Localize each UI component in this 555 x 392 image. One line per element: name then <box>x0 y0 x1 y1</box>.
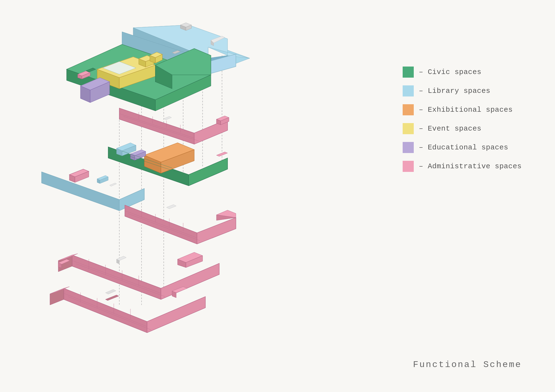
svg-line-120 <box>68 297 151 330</box>
level-library-left <box>42 169 144 211</box>
svg-line-86 <box>128 213 200 241</box>
svg-line-48 <box>123 116 198 141</box>
svg-marker-70 <box>119 189 144 211</box>
svg-marker-55 <box>189 158 228 186</box>
level-pink-middle <box>119 108 229 144</box>
legend-item-exhibitional: – Exhibitional spaces <box>403 104 522 115</box>
svg-rect-123 <box>403 67 414 78</box>
legend-swatch-educational <box>403 142 414 153</box>
legend-item-civic: – Civic spaces <box>403 67 522 78</box>
svg-rect-126 <box>403 123 414 134</box>
svg-line-85 <box>125 211 197 238</box>
svg-marker-121 <box>105 289 116 294</box>
svg-rect-125 <box>403 104 414 115</box>
svg-marker-111 <box>50 288 64 305</box>
svg-marker-109 <box>64 288 147 333</box>
level-pink-base <box>58 252 219 299</box>
level-pink-basement <box>50 287 205 333</box>
legend-label-educational: – Educational spaces <box>419 143 508 152</box>
svg-marker-52 <box>164 116 171 120</box>
svg-line-103 <box>76 264 165 297</box>
legend-swatch-exhibitional <box>403 104 414 115</box>
legend: – Civic spaces – Library spaces – Exhibi… <box>403 67 522 172</box>
legend-label-event: – Event spaces <box>419 124 481 133</box>
svg-rect-127 <box>403 142 414 153</box>
svg-rect-128 <box>403 161 414 172</box>
svg-marker-65 <box>216 152 228 156</box>
legend-label-exhibitional: – Exhibitional spaces <box>419 106 513 114</box>
svg-marker-77 <box>110 183 117 186</box>
svg-marker-92 <box>161 263 219 299</box>
legend-label-administrative: – Administrative spaces <box>419 162 522 170</box>
svg-rect-124 <box>403 85 414 96</box>
svg-marker-110 <box>147 297 205 333</box>
svg-marker-79 <box>125 205 197 244</box>
legend-swatch-administrative <box>403 161 414 172</box>
svg-line-102 <box>72 261 161 293</box>
legend-item-administrative: – Administrative spaces <box>403 161 522 172</box>
legend-swatch-event <box>403 123 414 134</box>
main-canvas: .dashed-line { stroke: #aaa; stroke-widt… <box>0 0 555 392</box>
svg-marker-89 <box>167 205 176 209</box>
page-title: Functional Scheme <box>413 360 522 370</box>
legend-swatch-civic <box>403 67 414 78</box>
legend-swatch-library <box>403 85 414 96</box>
legend-label-civic: – Civic spaces <box>419 68 481 76</box>
legend-item-educational: – Educational spaces <box>403 142 522 153</box>
legend-label-library: – Library spaces <box>419 87 490 95</box>
svg-marker-122 <box>105 295 119 301</box>
legend-item-event: – Event spaces <box>403 123 522 134</box>
svg-marker-80 <box>197 218 236 244</box>
legend-item-library: – Library spaces <box>403 85 522 96</box>
level-civic-top <box>67 44 211 111</box>
diagram-svg: .dashed-line { stroke: #aaa; stroke-widt… <box>0 0 555 392</box>
level-green-orange <box>108 143 228 186</box>
svg-line-119 <box>64 293 147 327</box>
